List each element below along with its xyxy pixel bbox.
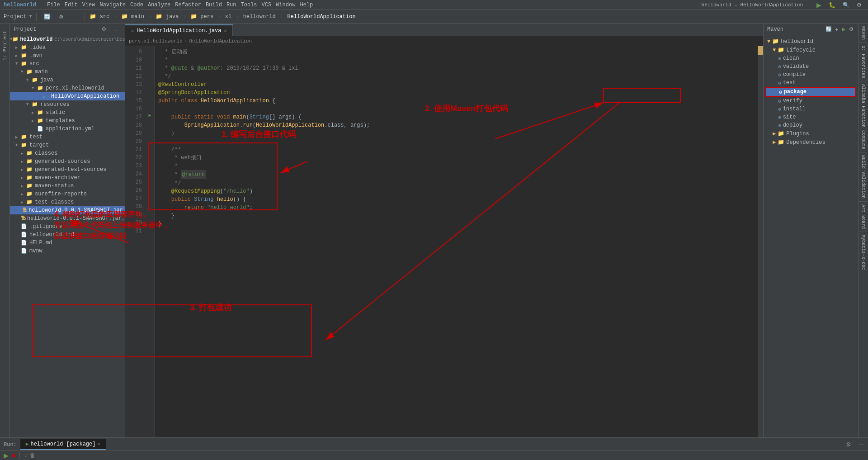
- maven-lifecycle[interactable]: ▼ 📁 Lifecycle: [765, 46, 856, 54]
- run-play-btn[interactable]: ▶: [4, 452, 9, 459]
- maven-lifecycle-compile[interactable]: ⚙ compile: [765, 71, 856, 79]
- tree-generated-sources[interactable]: ▶ 📁 generated-sources: [10, 157, 125, 166]
- right-side-tabs: Maven 2: Favorites Alibaba Function Comp…: [858, 24, 868, 437]
- search-button[interactable]: 🔍: [840, 0, 852, 9]
- tree-resources[interactable]: ▼ 📁 resources: [10, 100, 125, 109]
- menu-file[interactable]: File: [45, 1, 62, 9]
- breadcrumb-java[interactable]: 📁 java: [156, 14, 179, 20]
- bc-class[interactable]: HelloWorldApplication: [189, 38, 252, 44]
- menu-edit[interactable]: Edit: [63, 1, 80, 9]
- project-title: Project: [14, 26, 36, 33]
- maven-lifecycle-clean[interactable]: ⚙ clean: [765, 54, 856, 62]
- tree-classes[interactable]: ▶ 📁 classes: [10, 149, 125, 157]
- maven-run-btn[interactable]: ▶: [841, 25, 846, 33]
- maven-lifecycle-verify[interactable]: ⚙ verify: [765, 97, 856, 105]
- editor-scrollbar[interactable]: [758, 46, 763, 437]
- tree-target[interactable]: ▼ 📁 target: [10, 141, 125, 149]
- maven-lifecycle-test[interactable]: ⚙ test: [765, 79, 856, 87]
- tree-static[interactable]: ▶ 📁 static: [10, 109, 125, 117]
- menu-vcs[interactable]: VCS: [260, 1, 274, 9]
- tab-label: HelloWorldApplication.java: [137, 28, 221, 34]
- dropdown-arrow[interactable]: ▼: [29, 14, 32, 19]
- bc-pers[interactable]: pers.xl.helloworld: [129, 38, 183, 44]
- menu-run[interactable]: Run: [225, 1, 238, 9]
- tree-generated-test-sources[interactable]: ▶ 📁 generated-test-sources: [10, 166, 125, 174]
- breadcrumb-pers[interactable]: 📁 pers: [190, 14, 213, 20]
- tree-idea[interactable]: ▶ 📁 .idea: [10, 43, 125, 52]
- gear-button[interactable]: ⚙: [56, 13, 66, 21]
- maven-header: Maven 🔄 + ▶ ⚙: [764, 24, 858, 35]
- settings-button[interactable]: ⚙: [854, 0, 864, 9]
- menu-tools[interactable]: Tools: [239, 1, 259, 9]
- tree-main[interactable]: ▼ 📁 main: [10, 68, 125, 76]
- breadcrumb-main[interactable]: 📁 main: [121, 14, 144, 20]
- tree-surefire-reports[interactable]: ▶ 📁 surefire-reports: [10, 190, 125, 198]
- debug-button[interactable]: 🐛: [826, 0, 838, 9]
- project-panel-tab[interactable]: 1: Project: [1, 27, 9, 64]
- maven-lifecycle-deploy[interactable]: ⚙ deploy: [765, 121, 856, 129]
- right-tab-favorites[interactable]: 2: Favorites: [859, 43, 867, 81]
- maven-lifecycle-site[interactable]: ⚙ site: [765, 113, 856, 121]
- maven-lifecycle-package[interactable]: ⚙ package: [765, 87, 856, 97]
- tree-pers[interactable]: ▼ 📁 pers.xl.helloworld: [10, 84, 125, 92]
- menu-analyze[interactable]: Analyze: [146, 1, 172, 9]
- panel-settings-btn[interactable]: ⚙: [99, 25, 109, 33]
- menu-view[interactable]: View: [80, 1, 97, 9]
- tree-templates[interactable]: ▶ 📁 templates: [10, 117, 125, 125]
- breadcrumb-xl[interactable]: xl: [225, 14, 231, 20]
- right-tab-alibaba[interactable]: Alibaba Function Compute: [859, 81, 867, 152]
- right-tab-maven[interactable]: Maven: [859, 24, 867, 43]
- tree-test[interactable]: ▶ 📁 test: [10, 133, 125, 141]
- menu-code[interactable]: Code: [128, 1, 145, 9]
- tab-bar: ☕ HelloWorldApplication.java ✕: [125, 24, 763, 36]
- run-panel-hide[interactable]: —: [855, 441, 868, 448]
- breadcrumb-helloworld-pkg[interactable]: helloworld: [243, 14, 276, 20]
- panel-hide-btn[interactable]: —: [111, 25, 121, 33]
- run-stop-btn[interactable]: ■: [11, 452, 15, 459]
- breadcrumb-src[interactable]: 📁 src: [90, 14, 109, 20]
- maven-refresh-btn[interactable]: 🔄: [825, 25, 833, 33]
- maven-add-btn[interactable]: +: [835, 25, 839, 33]
- left-project-tab[interactable]: 1: Project: [0, 24, 10, 437]
- run-panel-settings[interactable]: ⚙: [842, 441, 855, 448]
- maven-lifecycle-validate[interactable]: ⚙ validate: [765, 62, 856, 71]
- bottom-panel: Run: ▶ helloworld [package] ✕ ⚙ — ▶ ■ ↕ …: [0, 437, 868, 460]
- tree-application-yml[interactable]: 📄 application.yml: [10, 125, 125, 133]
- menu-navigate[interactable]: Navigate: [98, 1, 127, 9]
- menu-refactor[interactable]: Refactor: [173, 1, 203, 9]
- bottom-tab-run[interactable]: ▶ helloworld [package] ✕: [20, 439, 106, 450]
- tree-maven-archiver[interactable]: ▶ 📁 maven-archiver: [10, 174, 125, 182]
- run-button[interactable]: ▶: [814, 0, 824, 9]
- maven-settings-btn[interactable]: ⚙: [848, 25, 854, 33]
- menu-window[interactable]: Window: [274, 1, 297, 9]
- right-tab-mybatis[interactable]: Mybatis-x-doc: [859, 232, 867, 273]
- tab-close-btn[interactable]: ✕: [224, 28, 226, 33]
- maven-lifecycle-install[interactable]: ⚙ install: [765, 105, 856, 113]
- maven-root[interactable]: ▼ 📁 helloworld: [765, 37, 856, 46]
- run-tab-close[interactable]: ✕: [97, 441, 100, 447]
- maven-plugins[interactable]: ▶ 📁 Plugins: [765, 129, 856, 138]
- tab-helloworld-app[interactable]: ☕ HelloWorldApplication.java ✕: [125, 24, 233, 36]
- code-line-26: @RequestMapping("/hello"): [158, 187, 754, 195]
- tree-root[interactable]: ▼ 📁 helloworld C:\Users\Administrator\De…: [10, 35, 125, 43]
- run-clear-btn[interactable]: 🗑: [30, 452, 35, 459]
- breadcrumb-file[interactable]: HelloWorldApplication: [287, 14, 355, 20]
- code-line-24: * @return: [158, 170, 754, 179]
- right-tab-build-validation[interactable]: Build Validation: [859, 152, 867, 202]
- tree-mvnw[interactable]: 📄 mvnw: [10, 247, 125, 255]
- menu-help[interactable]: Help: [298, 1, 315, 9]
- tree-helloworld-app[interactable]: ☕ HelloWorldApplication: [10, 92, 125, 100]
- tree-java[interactable]: ▼ 📁 java: [10, 76, 125, 84]
- tree-src[interactable]: ▼ 📁 src: [10, 60, 125, 68]
- hide-button[interactable]: —: [69, 13, 80, 21]
- run-scroll-btn[interactable]: ↕: [24, 452, 27, 459]
- sync-button[interactable]: 🔄: [41, 13, 53, 21]
- code-line-11: * @date & @author: 2019/10/22 17:39 & lx…: [158, 64, 754, 72]
- right-tab-art-board[interactable]: Art Board: [859, 202, 867, 232]
- tree-mvn[interactable]: ▶ 📁 .mvn: [10, 52, 125, 60]
- run-toolbar: ▶ ■ ↕ 🗑: [0, 451, 868, 460]
- maven-dependencies[interactable]: ▶ 📁 Dependencies: [765, 138, 856, 147]
- tree-maven-status[interactable]: ▶ 📁 maven-status: [10, 182, 125, 190]
- tree-test-classes[interactable]: ▶ 📁 test-classes: [10, 198, 125, 206]
- menu-build[interactable]: Build: [204, 1, 224, 9]
